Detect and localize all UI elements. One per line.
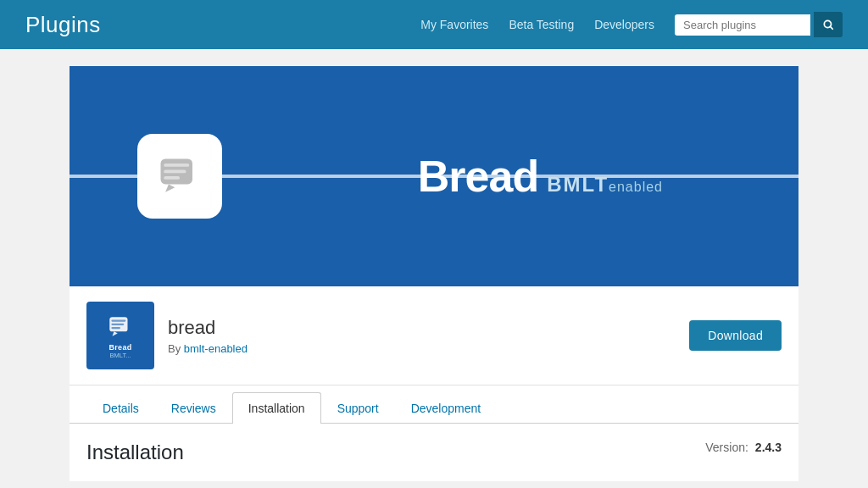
plugin-thumb-sublabel: BMLT... xyxy=(110,352,131,359)
site-header: Plugins My Favorites Beta Testing Develo… xyxy=(0,0,868,49)
tab-details[interactable]: Details xyxy=(86,392,155,424)
nav-beta-testing[interactable]: Beta Testing xyxy=(509,18,574,31)
plugin-thumb-icon xyxy=(106,313,135,341)
tab-reviews[interactable]: Reviews xyxy=(155,392,232,424)
bread-icon xyxy=(154,151,205,202)
plugin-author-line: By bmlt-enabled xyxy=(168,342,248,355)
svg-line-1 xyxy=(831,27,833,30)
banner-plugin-name-area: Bread BMLTenabled xyxy=(418,151,663,202)
search-input[interactable] xyxy=(675,14,810,36)
search-button[interactable] xyxy=(814,12,843,37)
version-label: Version: xyxy=(705,441,748,454)
tab-support[interactable]: Support xyxy=(321,392,395,424)
content-section: Installation Version: 2.4.3 xyxy=(70,424,798,481)
site-title: Plugins xyxy=(25,12,101,38)
svg-rect-4 xyxy=(164,170,186,174)
section-title: Installation xyxy=(86,441,184,464)
plugin-details: bread By bmlt-enabled xyxy=(168,317,248,355)
svg-rect-9 xyxy=(111,323,124,324)
plugin-author-link[interactable]: bmlt-enabled xyxy=(184,342,248,355)
banner-plugin-icon xyxy=(137,134,222,219)
plugin-left: Bread BMLT... bread By bmlt-enabled xyxy=(86,302,248,369)
version-row: Version: 2.4.3 xyxy=(705,441,782,454)
svg-marker-6 xyxy=(165,184,175,191)
banner-plugin-name: Bread xyxy=(418,151,538,202)
download-button[interactable]: Download xyxy=(689,320,782,351)
plugin-thumbnail: Bread BMLT... xyxy=(86,302,154,369)
svg-rect-5 xyxy=(164,176,180,180)
content-bottom: Installation Version: 2.4.3 xyxy=(86,441,782,464)
nav-my-favorites[interactable]: My Favorites xyxy=(420,18,488,31)
search-area xyxy=(675,12,843,37)
svg-rect-10 xyxy=(111,327,120,329)
tabs-nav: DetailsReviewsInstallationSupportDevelop… xyxy=(70,392,798,424)
svg-rect-3 xyxy=(164,164,189,167)
version-value: 2.4.3 xyxy=(755,441,782,454)
tab-development[interactable]: Development xyxy=(395,392,498,424)
banner-plugin-badge: BMLTenabled xyxy=(547,173,663,197)
svg-rect-8 xyxy=(111,319,125,321)
plugin-name: bread xyxy=(168,317,248,339)
main-content: Bread BMLTenabled Bread BMLT... bread xyxy=(70,66,798,481)
svg-marker-11 xyxy=(112,331,117,336)
tab-installation[interactable]: Installation xyxy=(232,392,321,424)
plugin-info-row: Bread BMLT... bread By bmlt-enabled Down… xyxy=(70,286,798,385)
plugin-banner: Bread BMLTenabled xyxy=(70,66,798,286)
nav-developers[interactable]: Developers xyxy=(594,18,654,31)
plugin-thumb-label: Bread xyxy=(108,343,131,352)
search-icon xyxy=(822,19,834,30)
nav-menu: My Favorites Beta Testing Developers xyxy=(420,12,843,37)
